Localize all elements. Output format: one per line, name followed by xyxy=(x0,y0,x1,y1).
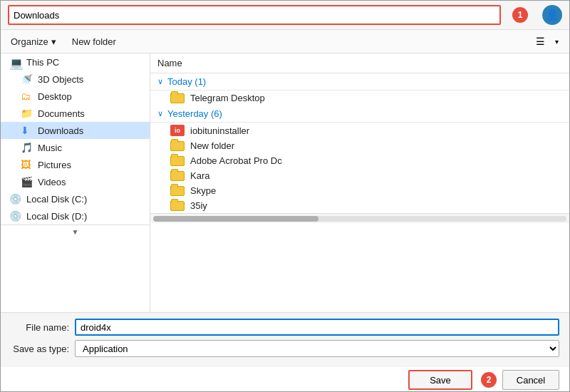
sidebar-item-local-d[interactable]: 💿 Local Disk (D:) xyxy=(1,207,150,225)
sidebar-item-label: Music xyxy=(38,143,62,153)
file-list-header: Name xyxy=(150,53,569,73)
folder-icon xyxy=(170,141,185,151)
sidebar-item-desktop[interactable]: 🗂 Desktop xyxy=(1,88,150,105)
group-today-label: Today (1) xyxy=(167,76,206,87)
sidebar-item-3d-objects[interactable]: 🚿 3D Objects xyxy=(1,71,150,88)
save-dialog: 1 👤 Organize ▾ New folder ☰ ▾ 💻 This PC … xyxy=(0,0,570,392)
save-button-label: Save xyxy=(430,375,451,386)
file-name-kara: Kara xyxy=(190,170,209,181)
view-dropdown-button[interactable]: ▾ xyxy=(551,33,562,49)
desktop-icon: 🗂 xyxy=(21,91,33,102)
file-name-label: File name: xyxy=(11,322,75,333)
organize-button[interactable]: Organize ▾ xyxy=(8,35,59,48)
main-content: 💻 This PC 🚿 3D Objects 🗂 Desktop 📁 Docum… xyxy=(1,53,569,312)
cancel-button[interactable]: Cancel xyxy=(502,370,559,390)
file-name-skype: Skype xyxy=(190,185,216,196)
documents-icon: 📁 xyxy=(21,108,33,119)
view-icons: ☰ ▾ xyxy=(531,33,562,49)
sidebar-item-label: Videos xyxy=(38,177,66,187)
sidebar-item-label: Desktop xyxy=(38,91,72,102)
scrollbar-track xyxy=(153,216,566,222)
sidebar-item-music[interactable]: 🎵 Music xyxy=(1,139,150,156)
organize-label: Organize xyxy=(11,36,48,47)
app-icon-iobit: io xyxy=(170,125,185,136)
view-list-button[interactable]: ☰ xyxy=(531,33,549,49)
folder-icon xyxy=(170,93,185,103)
column-name-header: Name xyxy=(157,58,182,68)
sidebar-scroll-down[interactable]: ▼ xyxy=(1,225,150,239)
save-as-row: Save as type: Application xyxy=(11,340,559,357)
folder-icon xyxy=(170,201,185,211)
file-item-new-folder[interactable]: New folder xyxy=(150,138,569,153)
file-item-35iy[interactable]: 35iy xyxy=(150,198,569,213)
sidebar-item-label: 3D Objects xyxy=(38,74,83,85)
bottom-buttons: Save 2 Cancel xyxy=(1,367,569,391)
badge-2: 2 xyxy=(481,372,497,388)
chevron-down-icon: ▼ xyxy=(72,228,79,236)
folder-icon xyxy=(170,186,185,196)
user-avatar: 👤 xyxy=(542,5,562,25)
sidebar-item-label: Pictures xyxy=(38,160,71,170)
file-item-kara[interactable]: Kara xyxy=(150,168,569,183)
pictures-icon: 🖼 xyxy=(21,159,33,170)
folder-icon xyxy=(170,156,185,166)
file-name-adobe: Adobe Acrobat Pro Dc xyxy=(190,155,282,166)
file-item-adobe[interactable]: Adobe Acrobat Pro Dc xyxy=(150,153,569,168)
file-list: Name ∨ Today (1) Telegram Desktop ∨ Yest… xyxy=(150,53,569,312)
file-item-iobit[interactable]: io iobituninstaller xyxy=(150,123,569,138)
sidebar-item-label: This PC xyxy=(26,57,59,68)
scrollbar-thumb xyxy=(153,216,318,222)
disk-c-icon: 💿 xyxy=(9,193,22,205)
folder-icon xyxy=(170,171,185,181)
downloads-icon: ⬇ xyxy=(21,125,33,136)
file-item-telegram[interactable]: Telegram Desktop xyxy=(150,91,569,105)
horizontal-scrollbar[interactable] xyxy=(150,213,569,223)
chevron-yesterday-icon: ∨ xyxy=(157,109,163,118)
cancel-button-label: Cancel xyxy=(517,375,545,386)
sidebar-item-pictures[interactable]: 🖼 Pictures xyxy=(1,156,150,173)
file-name-iobit: iobituninstaller xyxy=(190,125,249,136)
action-toolbar: Organize ▾ New folder ☰ ▾ xyxy=(1,30,569,53)
new-folder-button[interactable]: New folder xyxy=(69,35,119,48)
group-yesterday-label: Yesterday (6) xyxy=(167,108,222,119)
sidebar-item-documents[interactable]: 📁 Documents xyxy=(1,105,150,122)
sidebar-item-label: Documents xyxy=(38,108,85,119)
computer-icon: 💻 xyxy=(9,56,22,68)
file-name-new-folder: New folder xyxy=(190,140,234,151)
file-name-row: File name: xyxy=(11,319,559,336)
chevron-today-icon: ∨ xyxy=(157,77,163,86)
sidebar-item-label: Local Disk (D:) xyxy=(26,211,87,222)
file-item-skype[interactable]: Skype xyxy=(150,183,569,198)
bottom-form: File name: Save as type: Application xyxy=(1,312,569,367)
address-input[interactable] xyxy=(8,5,501,25)
save-button[interactable]: Save xyxy=(408,370,472,390)
new-folder-label: New folder xyxy=(72,36,116,47)
sidebar-item-downloads[interactable]: ⬇ Downloads xyxy=(1,122,150,139)
videos-icon: 🎬 xyxy=(21,176,33,187)
sidebar-item-this-pc[interactable]: 💻 This PC xyxy=(1,53,150,71)
music-icon: 🎵 xyxy=(21,142,33,153)
group-yesterday[interactable]: ∨ Yesterday (6) xyxy=(150,105,569,123)
sidebar: 💻 This PC 🚿 3D Objects 🗂 Desktop 📁 Docum… xyxy=(1,53,150,312)
sidebar-item-videos[interactable]: 🎬 Videos xyxy=(1,173,150,190)
address-toolbar: 1 👤 xyxy=(1,1,569,30)
save-as-label: Save as type: xyxy=(11,344,75,354)
organize-chevron-icon: ▾ xyxy=(51,36,56,47)
save-as-select[interactable]: Application xyxy=(75,340,559,357)
file-name-35iy: 35iy xyxy=(190,200,207,211)
sidebar-item-label: Downloads xyxy=(38,125,83,136)
disk-d-icon: 💿 xyxy=(9,210,22,222)
file-name-input[interactable] xyxy=(75,319,559,336)
sidebar-item-label: Local Disk (C:) xyxy=(26,194,87,205)
3d-icon: 🚿 xyxy=(21,73,33,85)
badge-1: 1 xyxy=(512,7,528,23)
file-name-telegram: Telegram Desktop xyxy=(190,93,265,103)
group-today[interactable]: ∨ Today (1) xyxy=(150,73,569,91)
sidebar-item-local-c[interactable]: 💿 Local Disk (C:) xyxy=(1,190,150,207)
